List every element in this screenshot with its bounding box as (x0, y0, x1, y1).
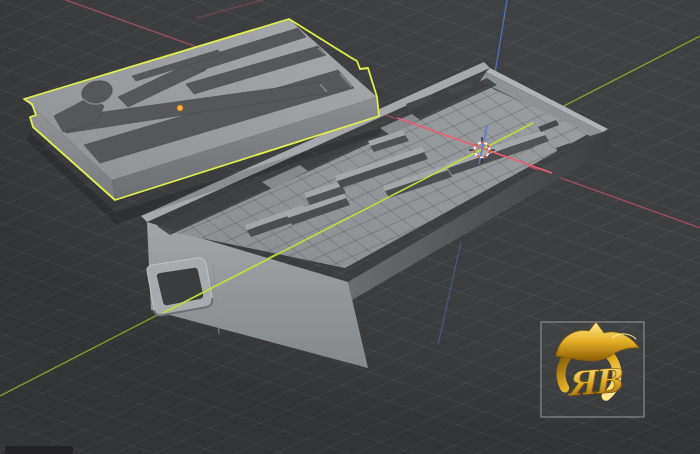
drawer-handle[interactable] (147, 258, 213, 316)
watermark-logo: ЯВ (541, 322, 644, 417)
window-edge-fragment (5, 446, 73, 454)
viewport-3d[interactable]: ЯВ (0, 0, 700, 454)
handle-hole (157, 268, 203, 305)
logo-monogram-text: ЯВ (565, 361, 625, 404)
object-origin-dot (177, 105, 183, 111)
